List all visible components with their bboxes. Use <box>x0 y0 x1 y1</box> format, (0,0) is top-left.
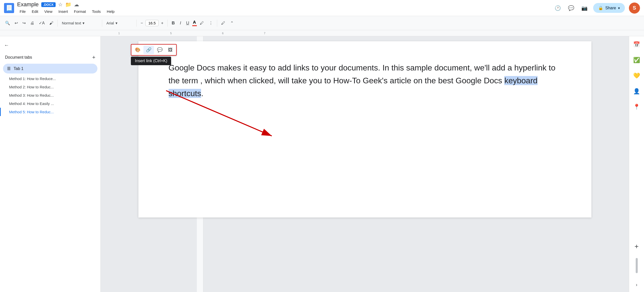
search-button[interactable]: 🔍 <box>3 19 12 27</box>
mini-tb-image-button[interactable]: 🖼 <box>166 46 175 54</box>
paint-format-button[interactable]: 🖌 <box>47 19 55 27</box>
redo-button[interactable]: ↪ <box>20 19 28 27</box>
contacts-icon[interactable]: 👤 <box>631 86 642 97</box>
print-button[interactable]: 🖨 <box>28 19 36 27</box>
cloud-icon[interactable]: ☁ <box>74 2 79 8</box>
mini-tb-link-button[interactable]: 🔗 <box>143 46 154 54</box>
mini-toolbar-container: 🎨 🔗 💬 🖼 Insert link (Ctrl+K) <box>131 44 177 65</box>
document-body: Google Docs makes it easy to add links t… <box>169 61 561 100</box>
scrollbar-thumb[interactable] <box>636 258 638 273</box>
history-icon[interactable]: 🕐 <box>553 4 562 13</box>
bold-button[interactable]: B <box>170 19 177 27</box>
doc-title-area: Example .DOCX ☆ 📁 ☁ File Edit View Inser… <box>17 1 117 15</box>
mini-toolbar: 🎨 🔗 💬 🖼 <box>131 44 177 56</box>
toolbar-search-section: 🔍 ↩ ↪ 🖨 ✓A 🖌 <box>3 19 55 27</box>
separator-4 <box>167 20 168 27</box>
font-size-decrease-button[interactable]: − <box>139 19 145 27</box>
menu-file[interactable]: File <box>17 8 28 15</box>
font-size-input[interactable] <box>145 20 159 26</box>
doc-text-part2: . <box>201 89 203 98</box>
docx-badge: .DOCX <box>41 2 56 7</box>
text-color-button[interactable]: A <box>192 20 197 26</box>
title-right-actions: 🕐 💬 📷 🔒 Share ▾ S <box>553 3 640 14</box>
document-page: Google Docs makes it easy to add links t… <box>138 41 591 217</box>
star-icon[interactable]: ☆ <box>58 2 63 8</box>
separator-3 <box>136 20 137 27</box>
more-options-button[interactable]: ⋮ <box>207 19 215 27</box>
sidebar-back-button[interactable]: ← <box>0 40 100 50</box>
mini-tb-comment-button[interactable]: 💬 <box>155 46 165 54</box>
sidebar: ← Document tabs + ☰ Tab 1 Method 1: How … <box>0 36 101 292</box>
font-size-increase-button[interactable]: + <box>159 19 165 27</box>
tab-1-item[interactable]: ☰ Tab 1 <box>3 64 97 74</box>
tab-1-icon: ☰ <box>7 66 11 71</box>
font-style-label: Normal text <box>62 21 81 25</box>
add-tab-button[interactable]: + <box>92 54 95 61</box>
doc-text-part1: Google Docs makes it easy to add links t… <box>169 63 556 85</box>
menu-edit[interactable]: Edit <box>29 8 41 15</box>
share-label: Share <box>605 6 616 10</box>
app-icon: 📃 <box>4 3 14 13</box>
tasks-icon[interactable]: ✅ <box>631 55 642 65</box>
separator-5 <box>217 20 217 27</box>
font-style-dropdown[interactable]: Normal text ▾ <box>60 20 100 27</box>
tab-1-label: Tab 1 <box>14 66 23 71</box>
doc-title: Example <box>17 1 39 8</box>
toolbar-chevron-up[interactable]: ⌃ <box>228 19 236 27</box>
add-plugin-button[interactable]: + <box>634 242 638 250</box>
highlight-button[interactable]: 🖊 <box>198 19 206 27</box>
menu-bar: File Edit View Insert Format Tools Help <box>17 8 117 15</box>
document-area[interactable]: 1 2 Google Docs makes it easy to add lin… <box>101 36 629 292</box>
doc-tabs-label: Document tabs <box>5 55 32 60</box>
comment-icon[interactable]: 💬 <box>566 4 576 13</box>
separator-1 <box>57 20 58 27</box>
insert-link-toolbar-button[interactable]: 🖊 <box>219 19 227 27</box>
nav-item-3[interactable]: Method 4: How to Easily ... <box>0 99 100 108</box>
folder-icon[interactable]: 📁 <box>65 2 71 8</box>
calendar-icon[interactable]: 📅 <box>631 39 642 50</box>
font-name-label: Arial <box>106 21 114 25</box>
nav-item-0[interactable]: Method 1: How to Reduce... <box>0 75 100 83</box>
menu-view[interactable]: View <box>42 8 55 15</box>
right-sidebar: 📅 ✅ 💛 👤 📍 + › <box>629 36 644 292</box>
lock-icon: 🔒 <box>598 6 603 10</box>
menu-tools[interactable]: Tools <box>89 8 103 15</box>
expand-icon[interactable]: › <box>634 281 639 289</box>
menu-help[interactable]: Help <box>104 8 117 15</box>
font-style-chevron: ▾ <box>83 21 85 25</box>
share-chevron-icon: ▾ <box>618 6 620 10</box>
italic-button[interactable]: I <box>178 19 183 27</box>
notes-icon[interactable]: 💛 <box>631 70 642 81</box>
font-name-dropdown[interactable]: Arial ▾ <box>104 20 134 27</box>
underline-button[interactable]: U <box>184 19 191 27</box>
nav-item-4[interactable]: Method 5: How to Reduc... <box>0 108 100 116</box>
font-name-chevron: ▾ <box>116 21 118 25</box>
maps-icon[interactable]: 📍 <box>631 102 642 112</box>
nav-item-2[interactable]: Method 3: How to Reduc... <box>0 91 100 99</box>
title-bar: 📃 Example .DOCX ☆ 📁 ☁ File Edit View Ins… <box>0 0 644 16</box>
menu-insert[interactable]: Insert <box>56 8 70 15</box>
ruler: 1 5 6 7 <box>0 30 644 36</box>
nav-item-1[interactable]: Method 2: How to Reduc... <box>0 83 100 91</box>
share-button[interactable]: 🔒 Share ▾ <box>593 3 625 13</box>
document-tabs-header: Document tabs + <box>0 50 100 63</box>
mini-tb-paint-icon[interactable]: 🎨 <box>132 46 143 54</box>
font-size-area: − + <box>139 19 166 27</box>
menu-format[interactable]: Format <box>71 8 89 15</box>
main-toolbar: 🔍 ↩ ↪ 🖨 ✓A 🖌 Normal text ▾ Arial ▾ − + B… <box>0 16 644 30</box>
camera-icon[interactable]: 📷 <box>580 4 589 13</box>
insert-link-tooltip: Insert link (Ctrl+K) <box>131 57 171 65</box>
separator-2 <box>102 20 102 27</box>
spellcheck-button[interactable]: ✓A <box>37 19 47 27</box>
main-layout: ← Document tabs + ☰ Tab 1 Method 1: How … <box>0 36 644 292</box>
undo-button[interactable]: ↩ <box>13 19 20 27</box>
avatar[interactable]: S <box>629 3 640 14</box>
